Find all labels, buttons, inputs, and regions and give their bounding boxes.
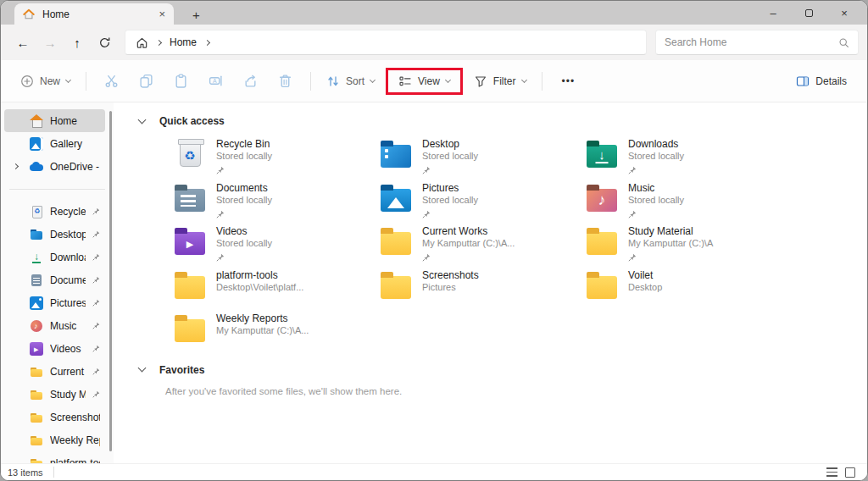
pin-icon: [92, 230, 100, 238]
sidebar-item[interactable]: Current Worl: [4, 360, 105, 383]
refresh-button[interactable]: [91, 29, 118, 56]
toolbar-divider: [310, 72, 311, 91]
more-options-button[interactable]: •••: [550, 75, 587, 87]
sidebar-item[interactable]: Recycle Bin: [4, 200, 105, 223]
file-tile-icon: [180, 141, 201, 167]
sidebar-item[interactable]: Screenshots: [4, 406, 105, 428]
file-tile[interactable]: Recycle Bin Stored locally: [173, 138, 379, 182]
sidebar-item[interactable]: OneDrive - Pers: [4, 155, 105, 178]
sidebar-item[interactable]: Study Materi: [4, 383, 105, 406]
sort-icon: [326, 75, 340, 88]
sidebar-item[interactable]: Desktop: [4, 223, 105, 246]
command-bar: New A Sort View: [1, 60, 867, 102]
file-tile-icon: [587, 276, 617, 299]
paste-button[interactable]: [164, 67, 198, 96]
sidebar-item-label: Home: [50, 115, 100, 127]
file-tile[interactable]: Pictures Stored locally: [379, 182, 585, 226]
details-view-icon[interactable]: [826, 467, 837, 477]
file-tile[interactable]: Study Material My Kamputtar (C:)\A: [585, 225, 791, 269]
chevron-right-icon[interactable]: [13, 163, 19, 169]
file-tile-location: My Kamputtar (C:)\A: [628, 237, 713, 250]
sidebar-item[interactable]: Weekly Reports: [4, 428, 105, 451]
pin-icon: [92, 276, 100, 284]
file-tile-name: Voilet: [628, 269, 662, 281]
sidebar-item-icon: [30, 434, 43, 447]
view-icon: [398, 75, 412, 88]
search-input[interactable]: [665, 36, 838, 48]
rename-button[interactable]: A: [198, 67, 233, 96]
breadcrumb[interactable]: Home: [125, 30, 647, 55]
file-tile-location: My Kamputtar (C:)\A...: [422, 237, 515, 250]
sidebar-item[interactable]: Home: [4, 109, 105, 132]
sidebar-item-icon: [30, 137, 43, 151]
file-tile[interactable]: Current Works My Kamputtar (C:)\A...: [379, 225, 585, 269]
file-tile-location: Desktop\Voilet\platf...: [216, 281, 303, 294]
file-tile-location: Stored locally: [628, 150, 684, 163]
pin-icon: [628, 166, 637, 174]
sort-button[interactable]: Sort: [319, 75, 382, 88]
sidebar-item[interactable]: Documents: [4, 268, 105, 291]
pin-icon: [92, 368, 100, 375]
file-tile-icon: [381, 189, 411, 212]
pin-icon: [422, 253, 431, 262]
details-button[interactable]: Details: [796, 75, 855, 88]
file-tile[interactable]: Music Stored locally: [585, 182, 791, 226]
file-tile-icon: [175, 276, 205, 299]
sidebar-top-list: Home Gallery OneDrive - Pers: [1, 109, 114, 178]
chevron-down-icon[interactable]: [138, 115, 147, 124]
main-panel: Quick access Recycle Bin Stored locally: [114, 102, 867, 463]
tab-home[interactable]: Home ×: [14, 3, 174, 25]
large-icons-view-icon[interactable]: [845, 467, 855, 478]
file-tile[interactable]: platform-tools Desktop\Voilet\platf...: [173, 269, 379, 313]
pin-icon: [92, 345, 100, 352]
file-tile-name: Recycle Bin: [216, 138, 272, 150]
sidebar-item[interactable]: Music: [4, 314, 105, 337]
share-button[interactable]: [233, 67, 268, 96]
sidebar-item[interactable]: Pictures: [4, 291, 105, 314]
sidebar-item-icon: [30, 228, 43, 241]
sidebar-item[interactable]: Downloads: [4, 246, 105, 268]
file-explorer-window: Home × + – × ← → ↑ Home: [0, 0, 868, 481]
sidebar-item-label: Current Worl: [50, 366, 86, 378]
file-tile[interactable]: Desktop Stored locally: [379, 138, 585, 182]
new-button[interactable]: New: [13, 75, 78, 88]
cut-button[interactable]: [94, 67, 129, 96]
sidebar-scrollbar[interactable]: [109, 111, 112, 451]
search-box[interactable]: [655, 30, 859, 55]
file-tile[interactable]: Videos Stored locally: [173, 225, 379, 269]
back-button[interactable]: ←: [9, 29, 36, 56]
section-title[interactable]: Favorites: [159, 364, 204, 376]
pin-icon: [216, 253, 225, 262]
sidebar-item[interactable]: Gallery: [4, 132, 105, 155]
view-button[interactable]: View: [398, 75, 450, 88]
sidebar-item-label: platform-tools: [50, 457, 100, 464]
file-tile[interactable]: Weekly Reports My Kamputtar (C:)\A...: [173, 312, 379, 357]
sidebar-item[interactable]: Videos: [4, 337, 105, 360]
file-tile[interactable]: Screenshots Pictures: [379, 269, 585, 313]
maximize-button[interactable]: [791, 1, 826, 25]
copy-button[interactable]: [129, 67, 164, 96]
delete-button[interactable]: [268, 67, 303, 96]
breadcrumb-item-home[interactable]: Home: [170, 36, 197, 48]
file-tile[interactable]: Downloads Stored locally: [585, 138, 791, 182]
file-tile-icon: [587, 189, 617, 212]
file-tile-location: My Kamputtar (C:)\A...: [216, 324, 309, 337]
sidebar-item-label: Desktop: [50, 229, 86, 240]
file-tile[interactable]: Documents Stored locally: [173, 182, 379, 226]
filter-button[interactable]: Filter: [466, 75, 534, 88]
chevron-down-icon[interactable]: [138, 364, 147, 373]
file-tile[interactable]: Voilet Desktop: [585, 269, 791, 313]
search-icon[interactable]: [838, 37, 849, 48]
chevron-right-icon[interactable]: [204, 39, 210, 45]
file-tile-icon: [175, 189, 205, 212]
sidebar-item[interactable]: platform-tools: [4, 451, 105, 463]
section-title[interactable]: Quick access: [159, 115, 225, 127]
tab-close-icon[interactable]: ×: [159, 8, 165, 19]
new-tab-button[interactable]: +: [192, 8, 200, 21]
sidebar-item-label: OneDrive - Pers: [50, 161, 100, 173]
home-icon[interactable]: [136, 36, 148, 49]
forward-button[interactable]: →: [36, 29, 64, 56]
minimize-button[interactable]: –: [755, 1, 791, 25]
up-button[interactable]: ↑: [64, 29, 91, 56]
close-button[interactable]: ×: [826, 1, 862, 25]
